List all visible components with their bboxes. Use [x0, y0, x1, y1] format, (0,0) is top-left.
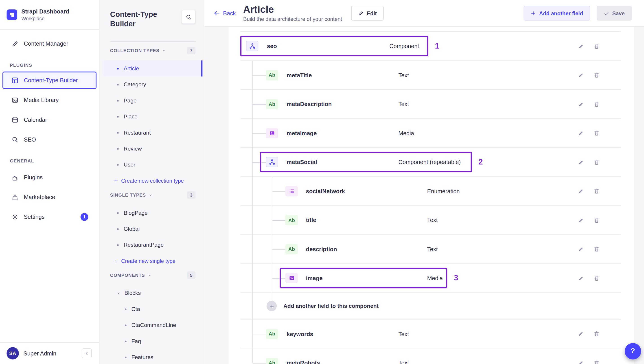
subnav-item-restaurant[interactable]: Restaurant — [104, 125, 202, 141]
subnav-item-place[interactable]: Place — [104, 109, 202, 124]
delete-field-button[interactable] — [592, 273, 601, 283]
enum-field-icon — [286, 186, 298, 196]
subnav-item-cta[interactable]: Cta — [104, 301, 202, 317]
subnav-item-features[interactable]: Features — [104, 349, 202, 364]
edit-field-button[interactable] — [576, 128, 586, 138]
subnav-section-header-single-types[interactable]: SINGLE TYPES3 — [110, 191, 196, 199]
subnav-item-page[interactable]: Page — [104, 93, 202, 109]
subnav-item-user[interactable]: User — [104, 157, 202, 172]
create-new-single-type-link[interactable]: Create new single type — [110, 253, 196, 269]
sidebar-item-content-manager[interactable]: Content Manager — [0, 34, 99, 54]
delete-field-button[interactable] — [592, 99, 601, 109]
sidebar-item-label: Settings — [24, 214, 45, 220]
edit-field-button[interactable] — [576, 273, 586, 283]
bullet-icon — [117, 84, 119, 85]
plus-icon — [530, 11, 536, 16]
delete-field-button[interactable] — [592, 329, 601, 339]
sidebar-item-media-library[interactable]: Media Library — [0, 90, 99, 110]
group-label: Blocks — [124, 290, 141, 296]
pencil-icon — [12, 40, 18, 47]
avatar[interactable]: SA — [6, 347, 19, 359]
field-row-metarobots: AbmetaRobotsText — [229, 348, 634, 364]
calendar-icon — [12, 116, 18, 123]
subnav-group-blocks[interactable]: Blocks — [110, 285, 196, 301]
nav-section-label-plugins: PLUGINS — [10, 63, 99, 67]
delete-field-button[interactable] — [592, 215, 601, 225]
field-type: Component — [389, 43, 419, 49]
sidebar-item-content-type-builder[interactable]: Content-Type Builder — [2, 72, 96, 89]
subnav-item-ctacommandline[interactable]: CtaCommandLine — [104, 317, 202, 333]
delete-field-button[interactable] — [592, 70, 601, 80]
field-row-title: AbtitleText — [229, 206, 634, 235]
sidebar-item-label: Media Library — [24, 97, 58, 103]
edit-field-button[interactable] — [576, 41, 586, 51]
field-name: seo — [267, 43, 277, 49]
field-type: Text — [398, 101, 409, 107]
subnav-item-list: ArticleCategoryPagePlaceRestaurantReview… — [110, 60, 196, 173]
delete-field-button[interactable] — [592, 157, 601, 167]
sidebar-item-settings[interactable]: Settings1 — [0, 207, 99, 227]
delete-field-button[interactable] — [592, 41, 601, 51]
search-button[interactable] — [182, 10, 196, 24]
subnav-section-header-collection-types[interactable]: COLLECTION TYPES7 — [110, 47, 196, 55]
edit-field-button[interactable] — [576, 329, 586, 339]
delete-field-button[interactable] — [592, 244, 601, 254]
workspace-subtitle: Workplace — [21, 16, 69, 21]
edit-field-button[interactable] — [576, 215, 586, 225]
create-new-collection-type-link[interactable]: Create new collection type — [110, 173, 196, 189]
sidebar-item-calendar[interactable]: Calendar — [0, 110, 99, 130]
delete-field-button[interactable] — [592, 128, 601, 138]
edit-button-label: Edit — [367, 10, 377, 16]
edit-field-button[interactable] — [576, 358, 586, 364]
component-field-icon — [246, 41, 258, 52]
add-field-to-component-label[interactable]: Add another field to this component — [284, 303, 378, 309]
subnav-item-label: Restaurant — [124, 130, 151, 136]
workspace-switcher[interactable]: Strapi Dashboard Workplace — [0, 0, 99, 30]
edit-field-button[interactable] — [576, 70, 586, 80]
subnav-item-review[interactable]: Review — [104, 141, 202, 157]
layout-icon — [12, 77, 18, 84]
sidebar-item-plugins[interactable]: Plugins — [0, 167, 99, 187]
field-row-metaimage: metaImageMedia — [229, 119, 634, 148]
help-button[interactable]: ? — [625, 343, 641, 359]
component-field-icon — [266, 157, 278, 167]
row-actions — [576, 215, 601, 225]
sidebar-item-marketplace[interactable]: Marketplace — [0, 187, 99, 207]
subnav-section-header-components[interactable]: COMPONENTS5 — [110, 271, 196, 279]
subnav-item-article[interactable]: Article — [104, 60, 202, 76]
sidebar-item-seo[interactable]: SEO — [0, 130, 99, 149]
subnav-item-label: User — [124, 161, 135, 168]
add-field-to-component-row: Add another field to this component — [229, 293, 634, 319]
save-button[interactable]: Save — [597, 6, 632, 21]
edit-button[interactable]: Edit — [351, 6, 384, 21]
edit-field-button[interactable] — [576, 244, 586, 254]
subnav-item-global[interactable]: Global — [104, 221, 202, 237]
main-sidebar: Strapi Dashboard Workplace Content Manag… — [0, 0, 100, 364]
back-link[interactable]: Back — [214, 10, 236, 17]
page-subtitle: Build the data architecture of your cont… — [243, 16, 342, 22]
bullet-icon — [117, 116, 119, 117]
chevron-down-icon — [148, 273, 152, 277]
field-type: Media — [398, 130, 414, 136]
delete-field-button[interactable] — [592, 186, 601, 196]
subnav-item-faq[interactable]: Faq — [104, 333, 202, 349]
subnav-item-category[interactable]: Category — [104, 76, 202, 92]
subnav-item-blogpage[interactable]: BlogPage — [104, 205, 202, 221]
collapse-sidebar-button[interactable] — [82, 348, 92, 358]
row-actions — [576, 244, 601, 254]
sidebar-nav: Content ManagerPLUGINSContent-Type Build… — [0, 30, 99, 342]
subnav-item-restaurantpage[interactable]: RestaurantPage — [104, 237, 202, 253]
strapi-app: Strapi Dashboard Workplace Content Manag… — [0, 0, 644, 364]
edit-field-button[interactable] — [576, 186, 586, 196]
add-field-to-component-button[interactable] — [266, 301, 277, 311]
text-field-icon: Ab — [266, 329, 278, 339]
delete-field-button[interactable] — [592, 358, 601, 364]
field-type: Text — [398, 330, 409, 337]
search-icon — [185, 14, 192, 20]
edit-field-button[interactable] — [576, 99, 586, 109]
text-field-icon: Ab — [266, 70, 278, 80]
save-button-label: Save — [612, 10, 625, 16]
edit-field-button[interactable] — [576, 157, 586, 167]
add-another-field-button[interactable]: Add another field — [524, 6, 590, 21]
bullet-icon — [117, 148, 119, 149]
